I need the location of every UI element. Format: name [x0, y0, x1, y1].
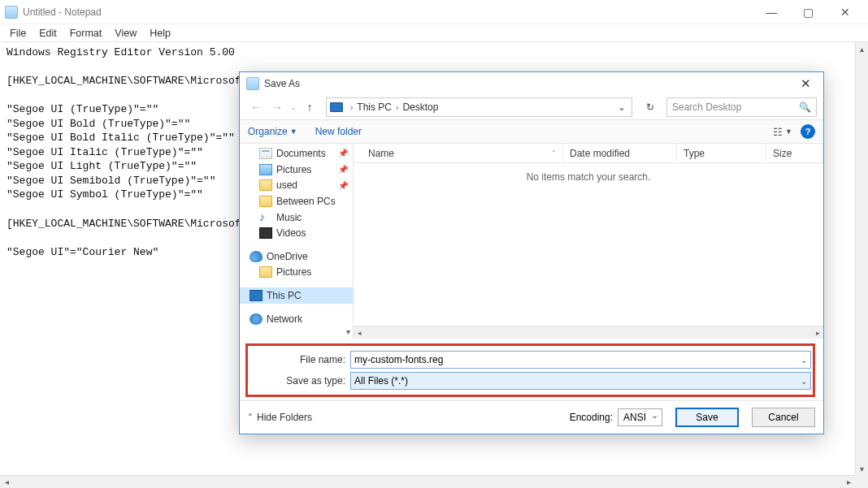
list-horizontal-scrollbar[interactable]: ◂ ▸	[354, 326, 823, 339]
pin-icon: 📌	[338, 149, 348, 158]
savetype-dropdown[interactable]: All Files (*.*) ⌄	[350, 372, 811, 390]
encoding-label: Encoding:	[570, 412, 613, 423]
search-input[interactable]: Search Desktop 🔍	[666, 97, 817, 117]
breadcrumb-root[interactable]: This PC	[357, 101, 392, 113]
navigation-pane[interactable]: Documents📌 Pictures📌 used📌 Between PCs ♪…	[240, 144, 354, 339]
scroll-right-icon[interactable]: ▸	[842, 476, 855, 488]
nav-item-used[interactable]: used📌	[240, 177, 353, 193]
menu-view[interactable]: View	[108, 26, 143, 41]
nav-history-chevron-icon[interactable]: ⌄	[289, 103, 298, 111]
nav-label: Music	[276, 212, 302, 223]
dialog-titlebar: Save As ✕	[240, 72, 823, 95]
nav-item-onedrive[interactable]: OneDrive	[240, 248, 353, 265]
nav-scroll-down-icon[interactable]: ▾	[240, 327, 353, 338]
breadcrumb-sep-icon[interactable]: ›	[346, 103, 357, 112]
nav-item-between-pcs[interactable]: Between PCs	[240, 193, 353, 209]
folder-icon	[259, 179, 272, 191]
nav-label: OneDrive	[267, 251, 308, 262]
cancel-button[interactable]: Cancel	[752, 408, 815, 427]
dialog-close-button[interactable]: ✕	[794, 72, 817, 95]
dialog-nav-row: ← → ⌄ ↑ › This PC › Desktop ⌄ ↻ Search D…	[240, 95, 823, 119]
nav-label: used	[276, 179, 297, 191]
chevron-down-icon: ▼	[290, 127, 297, 136]
nav-label: This PC	[267, 290, 302, 301]
close-button[interactable]: ✕	[827, 0, 863, 24]
pin-icon: 📌	[338, 181, 348, 190]
savetype-value: All Files (*.*)	[354, 375, 408, 387]
dialog-footer: ˄ Hide Folders Encoding: ANSI Save Cance…	[240, 400, 823, 434]
filename-value: my-custom-fonts.reg	[354, 354, 443, 365]
nav-item-documents[interactable]: Documents📌	[240, 145, 353, 162]
nav-label: Videos	[276, 227, 306, 239]
dialog-toolbar: Organize ▼ New folder ☷ ▼ ?	[240, 119, 823, 144]
notepad-menubar: File Edit Format View Help	[0, 24, 868, 42]
nav-back-button[interactable]: ←	[246, 97, 266, 117]
breadcrumb-sep-icon[interactable]: ›	[392, 103, 402, 112]
breadcrumb-leaf[interactable]: Desktop	[402, 101, 438, 113]
scroll-up-icon[interactable]: ▴	[856, 42, 868, 55]
nav-label: Pictures	[276, 164, 311, 175]
network-icon	[250, 313, 263, 325]
nav-label: Between PCs	[276, 196, 336, 207]
chevron-down-icon[interactable]: ⌄	[801, 377, 807, 386]
nav-label: Network	[267, 313, 302, 325]
view-options-button[interactable]: ☷ ▼	[773, 126, 792, 138]
address-dropdown-icon[interactable]: ⌄	[615, 101, 628, 113]
search-icon: 🔍	[799, 101, 811, 113]
hide-folders-label: Hide Folders	[257, 412, 312, 423]
organize-menu[interactable]: Organize ▼	[248, 126, 297, 137]
new-folder-button[interactable]: New folder	[315, 126, 362, 137]
help-button[interactable]: ?	[801, 124, 815, 139]
search-placeholder: Search Desktop	[672, 101, 741, 113]
scroll-left-icon[interactable]: ◂	[0, 476, 13, 488]
menu-edit[interactable]: Edit	[33, 26, 63, 41]
scroll-right-icon[interactable]: ▸	[812, 329, 823, 337]
chevron-down-icon[interactable]: ⌄	[801, 356, 807, 365]
maximize-button[interactable]: ▢	[790, 0, 827, 24]
col-label: Name	[368, 148, 394, 159]
refresh-button[interactable]: ↻	[640, 97, 660, 117]
videos-icon	[259, 227, 272, 239]
sort-asc-icon: ˄	[552, 149, 556, 158]
chevron-up-icon: ˄	[248, 412, 253, 423]
filename-input[interactable]: my-custom-fonts.reg ⌄	[350, 351, 811, 369]
address-bar[interactable]: › This PC › Desktop ⌄	[326, 97, 632, 117]
nav-item-pictures[interactable]: Pictures📌	[240, 162, 353, 178]
column-type[interactable]: Type	[677, 144, 766, 162]
onedrive-icon	[250, 251, 263, 262]
column-size[interactable]: Size	[766, 144, 823, 162]
nav-item-network[interactable]: Network	[240, 311, 353, 327]
notepad-icon	[5, 6, 18, 19]
save-button[interactable]: Save	[675, 408, 739, 427]
organize-label: Organize	[248, 126, 288, 137]
folder-icon	[259, 266, 272, 278]
pictures-icon	[259, 164, 272, 175]
vertical-scrollbar[interactable]: ▴ ▾	[855, 42, 868, 475]
nav-item-videos[interactable]: Videos	[240, 225, 353, 241]
pin-icon: 📌	[338, 165, 348, 174]
menu-format[interactable]: Format	[63, 26, 109, 41]
dialog-fields: File name: my-custom-fonts.reg ⌄ Save as…	[240, 339, 823, 400]
thispc-icon	[330, 102, 343, 112]
scroll-down-icon[interactable]: ▾	[856, 462, 868, 475]
minimize-button[interactable]: —	[753, 0, 790, 24]
menu-help[interactable]: Help	[143, 26, 177, 41]
column-headers: Name˄ Date modified Type Size	[354, 144, 823, 163]
horizontal-scrollbar[interactable]: ◂ ▸	[0, 475, 855, 488]
nav-forward-button[interactable]: →	[267, 97, 287, 117]
notepad-titlebar: Untitled - Notepad — ▢ ✕	[0, 0, 868, 24]
nav-item-this-pc[interactable]: This PC	[240, 287, 353, 304]
scroll-left-icon[interactable]: ◂	[354, 329, 365, 337]
dialog-icon	[246, 77, 259, 90]
nav-item-onedrive-pictures[interactable]: Pictures	[240, 265, 353, 281]
savetype-label: Save as type:	[250, 375, 350, 387]
column-name[interactable]: Name˄	[362, 144, 563, 162]
hide-folders-toggle[interactable]: ˄ Hide Folders	[248, 412, 312, 423]
menu-file[interactable]: File	[3, 26, 33, 41]
documents-icon	[259, 148, 272, 159]
nav-item-music[interactable]: ♪Music	[240, 209, 353, 226]
column-date[interactable]: Date modified	[563, 144, 677, 162]
encoding-dropdown[interactable]: ANSI	[618, 408, 662, 426]
folder-icon	[259, 196, 272, 207]
nav-up-button[interactable]: ↑	[300, 97, 319, 117]
